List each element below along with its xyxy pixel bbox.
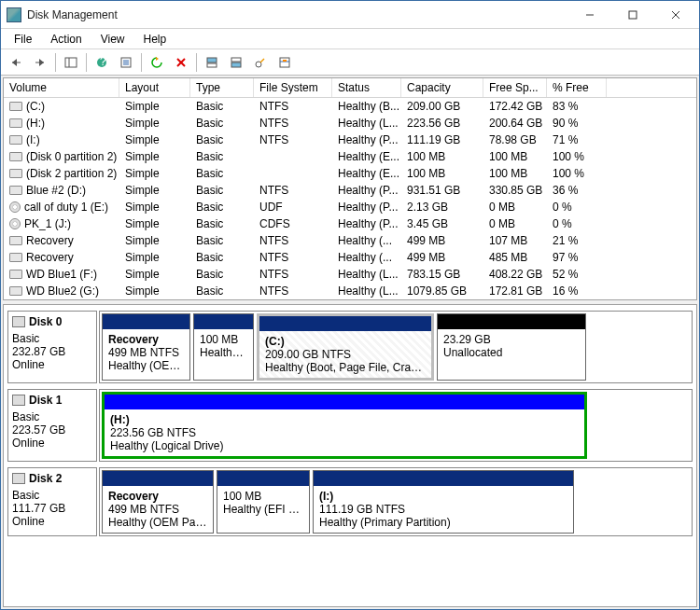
partition-status: Healthy (Primary Partition) <box>319 516 451 529</box>
disk-row: Disk 2Basic111.77 GBOnlineRecovery499 MB… <box>7 467 693 536</box>
volume-row[interactable]: (I:)SimpleBasicNTFSHealthy (P...111.19 G… <box>4 132 696 148</box>
volume-name: WD Blue2 (G:) <box>26 284 99 298</box>
partition-box[interactable]: 100 MBHealthy (EFI Syst <box>217 470 310 534</box>
col-capacity[interactable]: Capacity <box>401 78 483 97</box>
forward-button[interactable] <box>29 51 51 74</box>
col-freespace[interactable]: Free Sp... <box>483 78 547 97</box>
disk-row: Disk 0Basic232.87 GBOnlineRecovery499 MB… <box>7 311 693 383</box>
volume-free: 78.98 GB <box>483 132 547 148</box>
disk-size: 223.57 GB <box>12 423 92 437</box>
volume-row[interactable]: Blue #2 (D:)SimpleBasicNTFSHealthy (P...… <box>4 182 696 199</box>
partition-box[interactable]: (I:)111.19 GB NTFSHealthy (Primary Parti… <box>313 470 574 534</box>
view-top-button[interactable] <box>201 51 223 74</box>
partition-box[interactable]: (C:)209.00 GB NTFSHealthy (Boot, Page Fi… <box>257 313 434 381</box>
partition-body: (C:)209.00 GB NTFSHealthy (Boot, Page Fi… <box>259 331 431 378</box>
disk-info[interactable]: Disk 2Basic111.77 GBOnline <box>7 467 97 536</box>
svg-rect-24 <box>283 60 287 62</box>
volume-free: 0 MB <box>483 199 547 215</box>
volume-layout: Simple <box>119 148 190 165</box>
volume-layout: Simple <box>119 165 190 182</box>
partition-status: Healthy (OEM P <box>108 359 189 372</box>
menu-view[interactable]: View <box>91 31 134 48</box>
volume-row[interactable]: call of duty 1 (E:)SimpleBasicUDFHealthy… <box>4 199 696 215</box>
cd-icon <box>9 218 21 229</box>
volume-fs: NTFS <box>254 132 332 148</box>
volume-row[interactable]: (Disk 2 partition 2)SimpleBasicHealthy (… <box>4 165 696 182</box>
disk-info[interactable]: Disk 0Basic232.87 GBOnline <box>7 311 97 383</box>
layout-button[interactable] <box>273 51 296 74</box>
maximize-button[interactable] <box>611 1 654 29</box>
partition-box[interactable]: Recovery499 MB NTFSHealthy (OEM Partitio… <box>102 470 214 534</box>
partition-box[interactable]: 100 MBHealthy (EF <box>193 313 254 381</box>
disk-graphical-view[interactable]: Disk 0Basic232.87 GBOnlineRecovery499 MB… <box>3 304 697 607</box>
volume-capacity: 223.56 GB <box>401 115 483 132</box>
menu-help[interactable]: Help <box>134 31 176 48</box>
menu-file[interactable]: File <box>5 31 41 48</box>
volume-row[interactable]: RecoverySimpleBasicNTFSHealthy (...499 M… <box>4 232 696 249</box>
volume-layout: Simple <box>119 132 190 148</box>
volume-name: (H:) <box>26 117 45 130</box>
volume-pctfree: 97 % <box>547 249 607 266</box>
col-pctfree[interactable]: % Free <box>547 78 607 97</box>
volume-row[interactable]: RecoverySimpleBasicNTFSHealthy (...499 M… <box>4 249 696 266</box>
volume-type: Basic <box>190 165 254 182</box>
volume-name-cell: PK_1 (J:) <box>4 215 119 232</box>
volume-row[interactable]: PK_1 (J:)SimpleBasicCDFSHealthy (P...3.4… <box>4 215 696 232</box>
refresh-button[interactable] <box>146 51 168 74</box>
col-type[interactable]: Type <box>190 78 254 97</box>
partition-header-bar <box>259 316 431 331</box>
minimize-button[interactable] <box>568 1 611 29</box>
partition-size: 209.00 GB NTFS <box>265 348 351 361</box>
disk-info[interactable]: Disk 1Basic223.57 GBOnline <box>7 389 97 462</box>
delete-button[interactable] <box>170 51 192 74</box>
show-hide-tree-button[interactable] <box>60 51 82 74</box>
back-button[interactable] <box>5 51 27 74</box>
volume-row[interactable]: (Disk 0 partition 2)SimpleBasicHealthy (… <box>4 148 696 165</box>
volume-row[interactable]: WD Blue1 (F:)SimpleBasicNTFSHealthy (L..… <box>4 266 696 283</box>
volume-status: Healthy (P... <box>332 199 401 215</box>
menu-action[interactable]: Action <box>41 31 91 48</box>
help-button[interactable]: ? <box>91 51 113 74</box>
volume-row[interactable]: (C:)SimpleBasicNTFSHealthy (B...209.00 G… <box>4 98 696 115</box>
col-filesystem[interactable]: File System <box>254 78 332 97</box>
partition-body: 100 MBHealthy (EFI Syst <box>217 486 309 520</box>
volume-row[interactable]: WD Blue2 (G:)SimpleBasicNTFSHealthy (L..… <box>4 283 696 299</box>
col-status[interactable]: Status <box>332 78 401 97</box>
volume-list-header: Volume Layout Type File System Status Ca… <box>4 78 696 98</box>
app-icon <box>7 7 21 22</box>
close-button[interactable] <box>654 1 697 29</box>
titlebar[interactable]: Disk Management <box>1 1 699 29</box>
settings-button[interactable] <box>249 51 272 74</box>
menubar: File Action View Help <box>1 29 699 49</box>
partition-size: 23.29 GB <box>443 333 491 346</box>
volume-fs: NTFS <box>254 266 332 283</box>
disk-name: Disk 1 <box>29 394 62 407</box>
volume-capacity: 2.13 GB <box>401 199 483 215</box>
volume-name-cell: (C:) <box>4 98 119 115</box>
partition-box[interactable]: 23.29 GBUnallocated <box>437 313 586 381</box>
volume-fs <box>254 165 332 182</box>
properties-button[interactable] <box>115 51 137 74</box>
volume-icon <box>9 169 22 178</box>
partition-header-bar <box>105 395 584 409</box>
partition-status: Healthy (OEM Partition <box>108 516 213 529</box>
volume-free: 100 MB <box>483 165 547 182</box>
volume-pctfree: 83 % <box>547 98 607 115</box>
disk-row: Disk 1Basic223.57 GBOnline(H:)223.56 GB … <box>7 389 693 462</box>
view-bottom-button[interactable] <box>225 51 247 74</box>
volume-layout: Simple <box>119 249 190 266</box>
volume-row[interactable]: (H:)SimpleBasicNTFSHealthy (L...223.56 G… <box>4 115 696 132</box>
volume-type: Basic <box>190 249 254 266</box>
volume-status: Healthy (E... <box>332 165 401 182</box>
toolbar: ? <box>1 49 699 76</box>
volume-free: 330.85 GB <box>483 182 547 199</box>
volume-list[interactable]: Volume Layout Type File System Status Ca… <box>3 77 697 300</box>
col-layout[interactable]: Layout <box>119 78 190 97</box>
col-volume[interactable]: Volume <box>4 78 119 97</box>
partition-box[interactable]: (H:)223.56 GB NTFSHealthy (Logical Drive… <box>102 392 587 459</box>
partition-box[interactable]: Recovery499 MB NTFSHealthy (OEM P <box>102 313 190 381</box>
partition-title: (C:) <box>265 335 285 348</box>
partition-strip: Recovery499 MB NTFSHealthy (OEM P100 MBH… <box>99 311 693 383</box>
volume-status: Healthy (... <box>332 249 401 266</box>
svg-rect-6 <box>65 58 77 67</box>
